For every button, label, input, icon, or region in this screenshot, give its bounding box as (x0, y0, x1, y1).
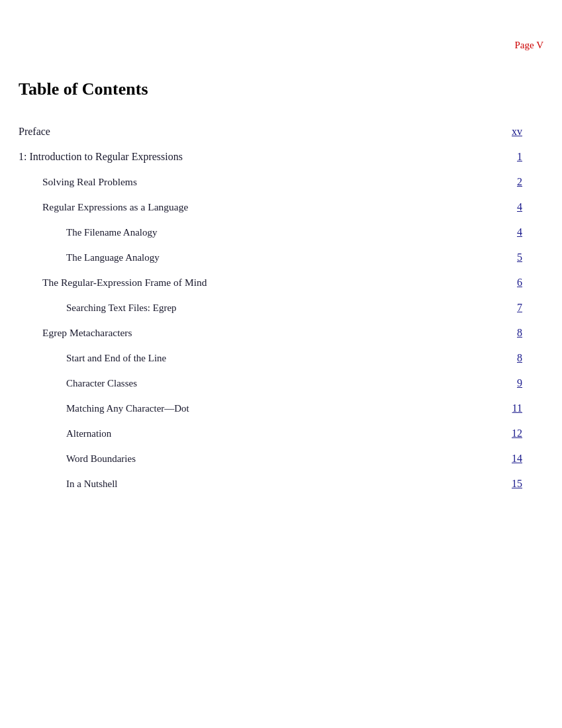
toc-list: Prefacexv1: Introduction to Regular Expr… (19, 119, 522, 496)
toc-text-8: Egrep Metacharacters (19, 327, 502, 339)
toc-item: Regular Expressions as a Language4 (19, 195, 522, 220)
toc-text-14: In a Nutshell (19, 478, 502, 490)
toc-item: Egrep Metacharacters8 (19, 320, 522, 345)
toc-item: Matching Any Character—Dot11 (19, 396, 522, 421)
toc-text-6: The Regular-Expression Frame of Mind (19, 277, 502, 289)
toc-item: Solving Real Problems2 (19, 169, 522, 195)
toc-text-11: Matching Any Character—Dot (19, 403, 502, 414)
toc-text-7: Searching Text Files: Egrep (19, 302, 502, 314)
toc-page-2[interactable]: 2 (502, 176, 522, 188)
toc-text-12: Alternation (19, 428, 502, 439)
toc-text-5: The Language Analogy (19, 252, 502, 263)
toc-page-10[interactable]: 9 (502, 377, 522, 389)
toc-item: In a Nutshell15 (19, 471, 522, 496)
toc-page-14[interactable]: 15 (502, 478, 522, 490)
toc-text-3: Regular Expressions as a Language (19, 201, 502, 213)
toc-text-0: Preface (19, 126, 502, 138)
toc-item: The Filename Analogy4 (19, 220, 522, 245)
toc-text-4: The Filename Analogy (19, 227, 502, 238)
toc-title: Table of Contents (19, 79, 522, 99)
toc-item: Word Boundaries14 (19, 446, 522, 471)
toc-item: 1: Introduction to Regular Expressions1 (19, 144, 522, 169)
toc-page-3[interactable]: 4 (502, 201, 522, 213)
toc-page-12[interactable]: 12 (502, 428, 522, 439)
toc-page-1[interactable]: 1 (502, 151, 522, 163)
toc-page-7[interactable]: 7 (502, 302, 522, 314)
toc-text-2: Solving Real Problems (19, 176, 502, 188)
toc-item: Prefacexv (19, 119, 522, 144)
toc-page-4[interactable]: 4 (502, 226, 522, 238)
toc-page-11[interactable]: 11 (502, 402, 522, 414)
toc-page-0[interactable]: xv (502, 126, 522, 138)
toc-text-13: Word Boundaries (19, 453, 502, 465)
toc-text-10: Character Classes (19, 378, 502, 389)
toc-item: Alternation12 (19, 421, 522, 446)
toc-page-5[interactable]: 5 (502, 251, 522, 263)
toc-item: Searching Text Files: Egrep7 (19, 295, 522, 320)
toc-item: Start and End of the Line8 (19, 345, 522, 371)
toc-page-13[interactable]: 14 (502, 453, 522, 465)
toc-text-1: 1: Introduction to Regular Expressions (19, 151, 502, 163)
toc-page-6[interactable]: 6 (502, 277, 522, 289)
page-number: Page V (515, 40, 543, 51)
toc-text-9: Start and End of the Line (19, 353, 502, 364)
toc-item: The Regular-Expression Frame of Mind6 (19, 270, 522, 295)
toc-page-8[interactable]: 8 (502, 327, 522, 339)
toc-item: The Language Analogy5 (19, 245, 522, 270)
page-container: Page V Table of Contents Prefacexv1: Int… (0, 0, 562, 728)
toc-item: Character Classes9 (19, 371, 522, 396)
toc-page-9[interactable]: 8 (502, 352, 522, 364)
